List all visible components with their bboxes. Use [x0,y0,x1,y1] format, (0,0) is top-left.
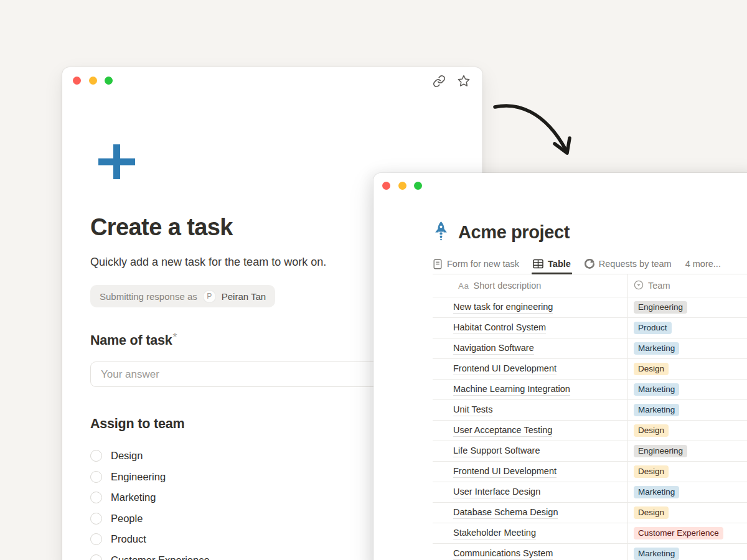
cell-short-description[interactable]: Navigation Software [433,338,627,358]
database-title: Acme project [458,222,570,243]
cell-team[interactable]: Design [627,359,747,379]
view-tab-bar: Form for new taskTableRequests by team4 … [433,254,747,274]
team-tag: Marketing [634,383,679,396]
team-tag: Design [634,424,669,437]
tab-4-more[interactable]: 4 more... [685,254,721,274]
minimize-window-button[interactable] [89,77,97,85]
table-row[interactable]: Unit TestsMarketing [433,399,747,420]
cell-short-description[interactable]: Life Support Software [433,441,627,461]
radio-label: Design [111,450,143,462]
rocket-icon [433,222,449,243]
plus-icon [98,144,135,182]
table-row[interactable]: User Acceptance TestingDesign [433,420,747,441]
window-controls [73,77,113,85]
table-row[interactable]: Communications SystemMarketing [433,543,747,560]
cell-short-description[interactable]: Database Schema Design [433,503,627,523]
team-option-people[interactable]: People [90,513,210,525]
curved-arrow [479,87,604,174]
task-title: Frontend UI Development [453,465,557,478]
task-title: Life Support Software [453,445,540,457]
radio-button[interactable] [90,533,102,545]
cell-short-description[interactable]: Unit Tests [433,400,627,420]
team-tag: Engineering [634,301,687,314]
team-option-customer-experience[interactable]: Customer Experience [90,554,210,560]
task-title: Unit Tests [453,404,492,416]
table-row[interactable]: New task for engineeringEngineering [433,297,747,317]
cell-team[interactable]: Marketing [627,400,747,420]
tab-label: 4 more... [685,259,721,269]
team-tag: Marketing [634,342,679,355]
canvas: Create a task Quickly add a new task for… [0,0,747,560]
team-option-engineering[interactable]: Engineering [90,471,210,483]
radio-label: Customer Experience [111,554,210,560]
team-option-product[interactable]: Product [90,533,210,546]
cell-short-description[interactable]: Frontend UI Development [433,462,627,482]
task-title: New task for engineering [453,301,553,314]
cell-team[interactable]: Design [627,462,747,482]
task-title: Database Schema Design [453,506,558,519]
cell-short-description[interactable]: New task for engineering [433,297,627,317]
submitting-as-chip: Submitting response as P Peiran Tan [90,285,275,307]
zoom-window-button[interactable] [105,77,113,85]
cell-short-description[interactable]: User Interface Design [433,482,627,502]
radio-button[interactable] [90,450,102,462]
table-row[interactable]: Frontend UI DevelopmentDesign [433,461,747,482]
window-controls [382,182,422,190]
cell-short-description[interactable]: Machine Learning Integration [433,380,627,399]
tab-requests-by-team[interactable]: Requests by team [585,254,672,274]
tab-label: Form for new task [447,259,519,269]
table-row[interactable]: Navigation SoftwareMarketing [433,338,747,358]
close-window-button[interactable] [382,182,390,190]
tab-label: Table [548,259,571,269]
tab-table[interactable]: Table [533,254,571,274]
zoom-window-button[interactable] [414,182,422,190]
team-tag: Marketing [634,548,679,560]
column-header-short-description[interactable]: Aa Short description [433,274,627,297]
cell-team[interactable]: Marketing [627,482,747,502]
chip-user-name: Peiran Tan [222,291,266,302]
radio-label: People [111,513,143,525]
team-option-design[interactable]: Design [90,450,210,462]
column-header-team[interactable]: Team [627,274,747,297]
cell-team[interactable]: Marketing [627,338,747,358]
cell-short-description[interactable]: Stakeholder Meeting [433,523,627,543]
radio-button[interactable] [90,554,102,560]
database-window: Acme project Form for new taskTableReque… [374,173,747,560]
table-body: New task for engineeringEngineeringHabit… [433,297,747,560]
table-row[interactable]: Habitat Control SystemProduct [433,317,747,338]
form-subtitle: Quickly add a new task for the team to w… [90,256,326,269]
cell-team[interactable]: Marketing [627,380,747,399]
radio-button[interactable] [90,471,102,483]
database-header: Acme project [433,222,570,243]
cell-team[interactable]: Customer Experience [627,523,747,543]
table-row[interactable]: User Interface DesignMarketing [433,482,747,502]
cell-team[interactable]: Engineering [627,297,747,317]
close-window-button[interactable] [73,77,81,85]
table-row[interactable]: Stakeholder MeetingCustomer Experience [433,523,747,543]
favorite-star-icon[interactable] [456,73,471,88]
cell-short-description[interactable]: User Acceptance Testing [433,421,627,441]
radio-button[interactable] [90,492,102,503]
tab-form-for-new-task[interactable]: Form for new task [433,254,519,274]
copy-link-icon[interactable] [431,73,446,88]
radio-button[interactable] [90,513,102,525]
team-option-marketing[interactable]: Marketing [90,492,210,504]
database-table: Aa Short description Team New task for e… [433,274,747,560]
column-label: Short description [474,281,542,291]
task-title: Habitat Control System [453,322,546,334]
table-row[interactable]: Machine Learning IntegrationMarketing [433,379,747,399]
cell-team[interactable]: Design [627,503,747,523]
cell-team[interactable]: Engineering [627,441,747,461]
cell-team[interactable]: Design [627,421,747,441]
cell-short-description[interactable]: Communications System [433,544,627,560]
team-tag: Design [634,363,669,375]
cell-short-description[interactable]: Frontend UI Development [433,359,627,379]
table-row[interactable]: Life Support SoftwareEngineering [433,441,747,461]
table-row[interactable]: Database Schema DesignDesign [433,502,747,523]
cell-short-description[interactable]: Habitat Control System [433,318,627,338]
table-row[interactable]: Frontend UI DevelopmentDesign [433,358,747,379]
minimize-window-button[interactable] [398,182,406,190]
cell-team[interactable]: Product [627,318,747,338]
cell-team[interactable]: Marketing [627,544,747,560]
table-header-row: Aa Short description Team [433,274,747,297]
